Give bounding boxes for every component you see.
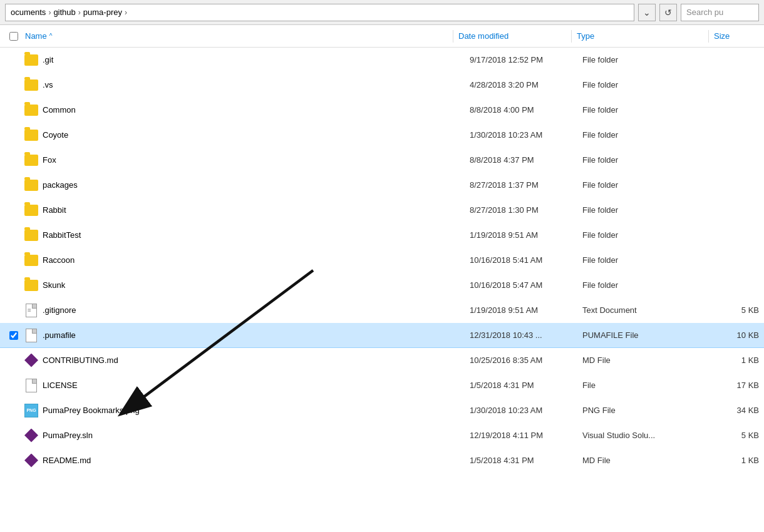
file-icon — [23, 105, 40, 116]
breadcrumb-sep-3: › — [125, 8, 127, 17]
column-name-header[interactable]: Name ^ — [23, 31, 453, 41]
table-row[interactable]: Fox8/8/2018 4:37 PMFile folder — [0, 148, 764, 173]
file-icon — [23, 280, 40, 291]
file-name[interactable]: Rabbit — [40, 205, 470, 215]
select-all-checkbox[interactable] — [5, 32, 23, 41]
vs-icon — [24, 454, 38, 468]
search-placeholder: Search pu — [686, 8, 723, 17]
file-type: File folder — [582, 230, 714, 240]
breadcrumb-github[interactable]: github — [53, 8, 75, 17]
select-all-input[interactable] — [9, 32, 18, 41]
folder-icon — [24, 230, 38, 241]
file-icon — [23, 180, 40, 191]
column-size-header[interactable]: Size — [714, 31, 764, 41]
address-bar: ocuments › github › puma-prey › ⌄ ↺ Sear… — [0, 0, 764, 25]
folder-icon — [24, 79, 38, 91]
file-name[interactable]: Common — [40, 105, 470, 115]
sln-icon — [24, 429, 38, 442]
table-row[interactable]: CONTRIBUTING.md10/25/2016 8:35 AMMD File… — [0, 348, 764, 373]
file-type: File — [582, 381, 714, 390]
refresh-button[interactable]: ↺ — [659, 4, 677, 21]
file-name[interactable]: .git — [40, 55, 470, 64]
file-icon — [23, 255, 40, 266]
dropdown-button[interactable]: ⌄ — [638, 4, 656, 21]
file-size: 10 KB — [714, 330, 764, 340]
file-icon — [23, 230, 40, 241]
file-size: 1 KB — [714, 356, 764, 365]
file-icon — [23, 205, 40, 216]
file-type: File folder — [582, 155, 714, 165]
vs-icon — [24, 354, 38, 367]
breadcrumb-documents[interactable]: ocuments — [11, 8, 46, 17]
table-row[interactable]: Skunk10/16/2018 5:47 AMFile folder — [0, 273, 764, 298]
table-row[interactable]: RabbitTest1/19/2018 9:51 AMFile folder — [0, 223, 764, 248]
file-date: 10/25/2016 8:35 AM — [470, 356, 582, 365]
file-name[interactable]: .gitignore — [40, 305, 470, 315]
file-type: File folder — [582, 180, 714, 190]
file-name[interactable]: LICENSE — [40, 381, 470, 390]
table-row[interactable]: .gitignore1/19/2018 9:51 AMText Document… — [0, 298, 764, 323]
file-type: File folder — [582, 80, 714, 90]
file-name[interactable]: Fox — [40, 155, 470, 165]
file-type: Visual Studio Solu... — [582, 431, 714, 440]
generic-file-icon — [26, 379, 37, 392]
file-date: 1/30/2018 10:23 AM — [470, 130, 582, 140]
file-icon — [23, 79, 40, 91]
file-type: File folder — [582, 105, 714, 115]
column-date-header[interactable]: Date modified — [458, 31, 571, 41]
file-name[interactable]: RabbitTest — [40, 230, 470, 240]
file-date: 8/27/2018 1:37 PM — [470, 180, 582, 190]
folder-icon — [24, 155, 38, 166]
column-headers: Name ^ Date modified Type Size — [0, 25, 764, 48]
file-icon — [23, 155, 40, 166]
file-name[interactable]: PumaPrey.sln — [40, 431, 470, 440]
file-name[interactable]: README.md — [40, 456, 470, 465]
table-row[interactable]: .pumafile12/31/2018 10:43 ...PUMAFILE Fi… — [0, 323, 764, 348]
file-name[interactable]: Skunk — [40, 280, 470, 290]
file-icon — [23, 454, 40, 468]
file-name[interactable]: Coyote — [40, 130, 470, 140]
file-icon: PNG — [23, 404, 40, 417]
col-divider-2 — [571, 30, 572, 43]
table-row[interactable]: Raccoon10/16/2018 5:41 AMFile folder — [0, 248, 764, 273]
file-icon — [23, 379, 40, 392]
breadcrumb-puma-prey: puma-prey — [83, 8, 122, 17]
file-name[interactable]: .vs — [40, 80, 470, 90]
file-date: 1/19/2018 9:51 AM — [470, 230, 582, 240]
table-row[interactable]: LICENSE1/5/2018 4:31 PMFile17 KB — [0, 373, 764, 398]
row-checkbox[interactable] — [5, 331, 23, 340]
table-row[interactable]: PumaPrey.sln12/19/2018 4:11 PMVisual Stu… — [0, 423, 764, 448]
folder-icon — [24, 54, 38, 66]
file-name[interactable]: CONTRIBUTING.md — [40, 356, 470, 365]
file-date: 10/16/2018 5:41 AM — [470, 255, 582, 265]
file-type: File folder — [582, 130, 714, 140]
table-row[interactable]: packages8/27/2018 1:37 PMFile folder — [0, 173, 764, 198]
table-row[interactable]: .git9/17/2018 12:52 PMFile folder — [0, 48, 764, 73]
file-name[interactable]: .pumafile — [40, 330, 470, 340]
file-name[interactable]: packages — [40, 180, 470, 190]
table-row[interactable]: Rabbit8/27/2018 1:30 PMFile folder — [0, 198, 764, 223]
file-type: File folder — [582, 255, 714, 265]
png-icon: PNG — [24, 404, 38, 417]
file-size: 34 KB — [714, 406, 764, 415]
file-icon — [23, 304, 40, 317]
table-row[interactable]: .vs4/28/2018 3:20 PMFile folder — [0, 73, 764, 98]
table-row[interactable]: Coyote1/30/2018 10:23 AMFile folder — [0, 123, 764, 148]
folder-icon — [24, 105, 38, 116]
table-row[interactable]: PNGPumaPrey Bookmarks.png1/30/2018 10:23… — [0, 398, 764, 423]
file-type: PUMAFILE File — [582, 330, 714, 340]
table-row[interactable]: README.md1/5/2018 4:31 PMMD File1 KB — [0, 448, 764, 473]
file-date: 1/5/2018 4:31 PM — [470, 456, 582, 465]
file-name[interactable]: Raccoon — [40, 255, 470, 265]
search-box[interactable]: Search pu — [681, 4, 759, 21]
row-checkbox-input[interactable] — [9, 331, 18, 340]
column-type-header[interactable]: Type — [577, 31, 708, 41]
file-size: 5 KB — [714, 305, 764, 315]
file-date: 1/30/2018 10:23 AM — [470, 406, 582, 415]
table-row[interactable]: Common8/8/2018 4:00 PMFile folder — [0, 98, 764, 123]
text-file-icon — [26, 304, 37, 317]
breadcrumb[interactable]: ocuments › github › puma-prey › — [5, 4, 634, 21]
breadcrumb-sep-1: › — [48, 8, 51, 17]
file-type: MD File — [582, 456, 714, 465]
file-name[interactable]: PumaPrey Bookmarks.png — [40, 406, 470, 415]
